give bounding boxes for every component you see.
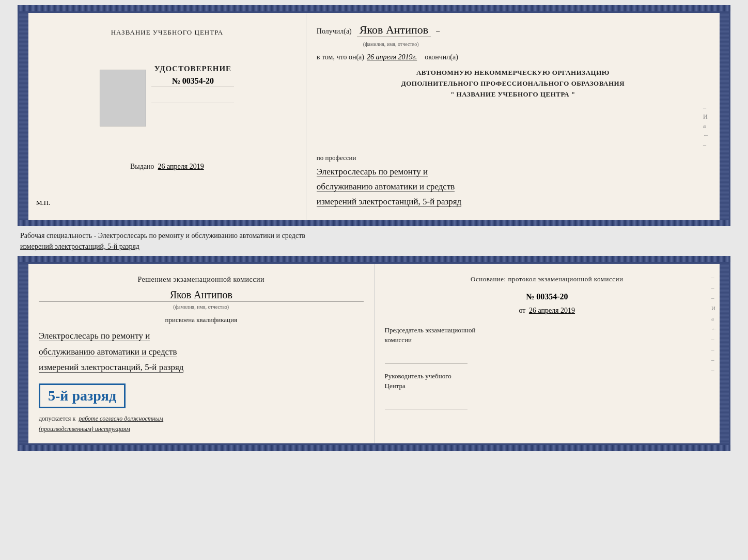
mark-dash7: – [711, 367, 717, 373]
separator-line2-text: измерений электростанций, 5-й разряд [20, 243, 139, 250]
separator-text: Рабочая специальность - Электрослесарь п… [18, 226, 730, 256]
bottom-border-strip-bottom [18, 256, 730, 262]
rukovoditel-signature-line [385, 399, 467, 409]
predsedatel-signature-line [385, 353, 467, 363]
protocol-number: № 00354-20 [385, 292, 710, 301]
right-mark-1: – [703, 104, 709, 111]
profession-label: по профессии [317, 154, 709, 162]
mark-dash4: – [711, 336, 717, 342]
rukovoditel-block: Руководитель учебного Центра [385, 371, 710, 409]
mark-dash5: – [711, 346, 717, 353]
spine-left-bottom [19, 264, 28, 443]
profession-line3: измерений электростанций, 5-й разряд [317, 197, 461, 207]
photo-placeholder [100, 70, 146, 126]
right-side-marks: – – – И а ← – – – – [711, 274, 717, 373]
bottom-border-strip-top [18, 220, 730, 226]
family-sublabel-bottom: (фамилия, имя, отчество) [39, 304, 364, 310]
spine-right-bottom [720, 264, 729, 443]
okonchil-label: окончил(а) [425, 53, 458, 61]
profession-line2: обслуживанию автоматики и средств [317, 182, 455, 192]
predsedatel-label: Председатель экзаменационной комиссии [385, 325, 710, 345]
right-mark-3: а [703, 122, 709, 130]
mark-dash1: – [711, 274, 717, 280]
komissia-header: Решением экзаменационной комиссии [39, 274, 364, 285]
rank-badge: 5-й разряд [39, 383, 126, 408]
vtom-label: в том, что он(а) [317, 53, 364, 61]
cert-top-right-panel: Получил(а) Яков Антипов – (фамилия, имя,… [306, 13, 720, 220]
right-mark-5: – [703, 141, 709, 149]
qual-line3: измерений электростанций, 5-й разряд [39, 362, 183, 373]
issued-date: 26 апреля 2019 [158, 163, 204, 170]
predsedatel-block: Председатель экзаменационной комиссии [385, 325, 710, 363]
cert-bottom-right-panel: Основание: протокол экзаменационной коми… [375, 264, 720, 443]
mark-arrow: ← [711, 326, 717, 332]
poluchil-value: Яков Антипов [357, 23, 431, 37]
mark-i: И [711, 305, 717, 311]
document-wrapper: НАЗВАНИЕ УЧЕБНОГО ЦЕНТРА УДОСТОВЕРЕНИЕ №… [18, 5, 730, 451]
mark-dash3: – [711, 295, 717, 301]
bottom-name: Яков Антипов [39, 289, 364, 301]
family-sublabel-top: (фамилия, имя, отчество) [363, 41, 419, 47]
cert-number: № 00354-20 [151, 76, 234, 87]
cert-bottom-left-panel: Решением экзаменационной комиссии Яков А… [28, 264, 375, 443]
poluchil-label: Получил(а) [317, 27, 352, 36]
mark-dash2: – [711, 284, 717, 291]
final-border-strip [18, 445, 730, 451]
separator-line1: Рабочая специальность - Электрослесарь п… [20, 230, 728, 241]
udostoverenie-label: УДОСТОВЕРЕНИЕ [151, 65, 234, 73]
osnovanie-header: Основание: протокол экзаменационной коми… [385, 274, 710, 284]
spine-left [19, 13, 28, 220]
rukovoditel-label: Руководитель учебного Центра [385, 371, 710, 391]
training-center-label-top: НАЗВАНИЕ УЧЕБНОГО ЦЕНТРА [111, 28, 223, 37]
ot-date-line: от 26 апреля 2019 [385, 307, 710, 315]
separator-line2: измерений электростанций, 5-й разряд [20, 241, 728, 252]
cert-bottom: Решением экзаменационной комиссии Яков А… [18, 262, 730, 445]
dopuskaetsya-value: работе согласно должностным [79, 415, 163, 422]
ot-date: 26 апреля 2019 [529, 307, 575, 314]
qual-line1: Электрослесарь по ремонту и [39, 331, 150, 341]
mark-a: а [711, 315, 717, 322]
mp-label: М.П. [36, 199, 50, 207]
qual-line2: обслуживанию автоматики и средств [39, 347, 177, 357]
profession-value: Электрослесарь по ремонту и обслуживанию… [317, 165, 709, 210]
qualification-text: Электрослесарь по ремонту и обслуживанию… [39, 328, 364, 376]
cert-top: НАЗВАНИЕ УЧЕБНОГО ЦЕНТРА УДОСТОВЕРЕНИЕ №… [18, 11, 730, 220]
issued-label: Выдано [130, 163, 154, 170]
mark-dash6: – [711, 357, 717, 363]
right-mark-2: И [703, 113, 709, 121]
vtom-date: 26 апреля 2019г. [367, 53, 417, 61]
org-line1: АВТОНОМНУЮ НЕКОММЕРЧЕСКУЮ ОРГАНИЗАЦИЮ ДО… [317, 68, 709, 100]
dopuskaetsya-text: допускается к работе согласно должностны… [39, 415, 364, 423]
cert-top-left-panel: НАЗВАНИЕ УЧЕБНОГО ЦЕНТРА УДОСТОВЕРЕНИЕ №… [28, 13, 306, 220]
top-border-strip [18, 5, 730, 11]
spine-right-top [720, 13, 729, 220]
instr-label: (производственным) инструкциям [39, 425, 364, 433]
right-mark-4: ← [703, 132, 709, 139]
prisvoena-label: присвоена квалификация [39, 316, 364, 324]
profession-line1: Электрослесарь по ремонту и [317, 167, 428, 177]
